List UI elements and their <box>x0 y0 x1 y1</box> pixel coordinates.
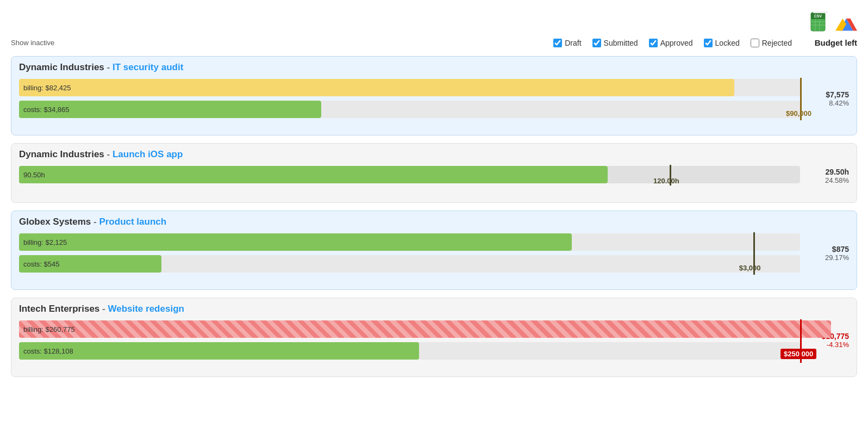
draft-checkbox[interactable] <box>553 39 562 47</box>
submitted-label: Submitted <box>604 39 638 47</box>
stats-pct: 8.42% <box>805 99 849 107</box>
project-separator: - <box>107 149 113 159</box>
project-separator: - <box>102 304 108 314</box>
stats-pct: -4.31% <box>805 341 849 349</box>
budget-marker <box>670 165 671 186</box>
stats-pct: 29.17% <box>805 254 849 262</box>
filter-rejected[interactable]: Rejected <box>751 39 792 47</box>
budget-marker <box>753 232 755 275</box>
project-card-p1: Dynamic Industries - IT security audit b… <box>11 56 857 135</box>
stats-p1: $7,5758.42% <box>805 90 849 107</box>
project-client: Dynamic Industries <box>19 62 104 72</box>
rejected-checkbox[interactable] <box>751 39 759 47</box>
project-name[interactable]: IT security audit <box>113 62 183 72</box>
stats-p2: 29.50h 24.58% <box>805 168 849 184</box>
locked-label: Locked <box>715 39 740 47</box>
csv-export-button[interactable]: CSV <box>809 11 831 33</box>
project-header-p3: Globex Systems - Product launch <box>11 211 857 231</box>
budget-total-label: 120.00h <box>653 177 679 185</box>
stats-value: $7,575 <box>805 90 849 99</box>
billing-label: billing: $2,125 <box>23 238 67 246</box>
approved-checkbox[interactable] <box>649 39 658 47</box>
budget-left-header: Budget left <box>803 38 857 47</box>
project-card-p4: Intech Enterprises - Website redesign bi… <box>11 298 857 377</box>
filter-approved[interactable]: Approved <box>649 39 693 47</box>
budget-marker <box>800 319 802 363</box>
billing-label: billing: $260,775 <box>23 325 75 333</box>
rejected-label: Rejected <box>762 39 792 47</box>
filter-checkboxes: Draft Submitted Approved Locked Rejected <box>553 39 792 47</box>
filter-bar: Show inactive Draft Submitted Approved L… <box>11 38 857 47</box>
budget-total-label: $90,000 <box>786 109 811 118</box>
budget-marker <box>800 78 802 120</box>
costs-label: costs: $128,108 <box>23 347 73 355</box>
project-card-p2: Dynamic Industries - Launch iOS app 90.5… <box>11 143 857 203</box>
google-drive-button[interactable] <box>835 11 857 33</box>
project-client: Dynamic Industries <box>19 149 104 159</box>
show-inactive-label: Show inactive <box>11 39 54 47</box>
project-client: Intech Enterprises <box>19 304 99 314</box>
project-header-p4: Intech Enterprises - Website redesign <box>11 298 857 318</box>
stats-value: 29.50h <box>805 168 849 176</box>
svg-rect-8 <box>813 11 827 13</box>
csv-icon: CSV <box>810 11 830 32</box>
budget-total-label: $3,000 <box>739 264 761 272</box>
project-header-p1: Dynamic Industries - IT security audit <box>11 57 857 76</box>
costs-label: costs: $545 <box>23 260 60 268</box>
project-separator: - <box>107 62 113 72</box>
bar-hours-label: 90.50h <box>23 171 45 179</box>
project-name[interactable]: Website redesign <box>108 304 184 314</box>
locked-checkbox[interactable] <box>704 39 713 47</box>
stats-p3: $87529.17% <box>805 245 849 262</box>
project-name[interactable]: Product launch <box>99 217 166 227</box>
budget-total-label: $250,000 <box>780 349 816 359</box>
filter-locked[interactable]: Locked <box>704 39 740 47</box>
project-header-p2: Dynamic Industries - Launch iOS app <box>11 144 857 163</box>
stats-value: $875 <box>805 245 849 254</box>
billing-label: billing: $82,425 <box>23 84 71 92</box>
drive-icon <box>835 12 857 32</box>
filter-submitted[interactable]: Submitted <box>592 39 638 47</box>
submitted-checkbox[interactable] <box>592 39 601 47</box>
projects-container: Dynamic Industries - IT security audit b… <box>11 56 857 377</box>
top-bar: CSV <box>11 11 857 33</box>
approved-label: Approved <box>660 39 693 47</box>
filter-draft[interactable]: Draft <box>553 39 581 47</box>
project-separator: - <box>93 217 99 227</box>
stats-pct: 24.58% <box>805 176 849 184</box>
svg-text:CSV: CSV <box>814 14 822 18</box>
project-card-p3: Globex Systems - Product launch billing:… <box>11 211 857 290</box>
project-client: Globex Systems <box>19 217 91 227</box>
project-name[interactable]: Launch iOS app <box>113 149 183 159</box>
draft-label: Draft <box>565 39 581 47</box>
costs-label: costs: $34,865 <box>23 106 70 114</box>
